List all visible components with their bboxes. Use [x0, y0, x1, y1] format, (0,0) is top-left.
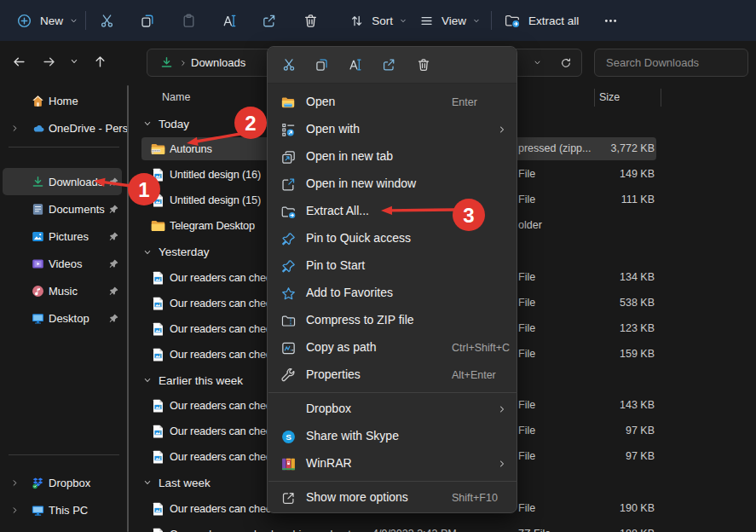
- expander-chevron-icon[interactable]: [10, 124, 20, 133]
- file-name: Autoruns: [170, 142, 212, 155]
- recent-locations-button[interactable]: [62, 48, 86, 75]
- menu-item-add-to-favorites[interactable]: Add to Favorites: [272, 280, 514, 307]
- expander-chevron-icon[interactable]: [10, 506, 20, 515]
- up-button[interactable]: [86, 48, 113, 75]
- see-more-button[interactable]: [595, 5, 626, 36]
- address-dropdown-button[interactable]: [526, 49, 548, 76]
- breadcrumb-location[interactable]: Downloads: [191, 56, 245, 69]
- sidebar-item-desktop[interactable]: Desktop: [3, 304, 122, 332]
- pin-blue-icon: [280, 257, 297, 275]
- delete-icon: [416, 57, 431, 72]
- file-name: Untitled design (16): [170, 168, 261, 181]
- pin-icon: [108, 231, 119, 242]
- toolbar-separator: [85, 11, 86, 30]
- group-header-last-week[interactable]: Last week: [136, 470, 211, 495]
- chevron-down-icon[interactable]: [142, 119, 153, 129]
- documents-icon: [31, 202, 45, 217]
- file-name: Our readers can check: [170, 502, 276, 515]
- skype-icon: [280, 428, 297, 445]
- menu-item-compress-to-zip-file[interactable]: Compress to ZIP file: [272, 307, 514, 334]
- sidebar-item-documents[interactable]: Documents: [3, 195, 122, 223]
- sort-button[interactable]: Sort: [344, 5, 407, 36]
- context-menu: OpenEnterOpen withOpen in new tabOpen in…: [267, 46, 517, 513]
- sidebar-scrollbar[interactable]: [127, 85, 129, 532]
- search-box[interactable]: Search Downloads: [594, 49, 748, 77]
- share-button[interactable]: [372, 51, 404, 78]
- chevron-down-icon[interactable]: [142, 375, 153, 385]
- file-row[interactable]: Our readers can check webinars about upc…: [136, 522, 756, 532]
- home-icon: [31, 94, 45, 108]
- copy-button[interactable]: [130, 5, 164, 36]
- folder-icon: [151, 219, 165, 233]
- image-file-icon: [151, 502, 165, 516]
- menu-item-open-with[interactable]: Open with: [272, 116, 514, 143]
- menu-item-pin-to-start[interactable]: Pin to Start: [272, 252, 514, 280]
- menu-item-copy-as-path[interactable]: Copy as pathCtrl+Shift+C: [272, 334, 514, 361]
- downloads-location-icon: [159, 55, 174, 70]
- forward-button[interactable]: [35, 48, 62, 75]
- menu-item-share-with-skype[interactable]: Share with Skype: [272, 423, 514, 450]
- expander-chevron-icon[interactable]: [10, 478, 20, 488]
- menu-item-extract-all[interactable]: Extract All...: [272, 198, 514, 225]
- rename-button[interactable]: [339, 51, 371, 78]
- rename-button[interactable]: [212, 5, 246, 36]
- view-button[interactable]: View: [414, 5, 481, 36]
- new-button[interactable]: New: [10, 5, 78, 36]
- sidebar-item-label: OneDrive - Pers: [49, 122, 128, 135]
- chevron-down-icon: [472, 16, 481, 26]
- file-type: File: [518, 502, 535, 514]
- share-button[interactable]: [251, 5, 286, 36]
- group-header-earlier-this-week[interactable]: Earlier this week: [136, 367, 243, 393]
- sidebar-item-this-pc[interactable]: This PC: [3, 496, 122, 523]
- menu-item-open-in-new-tab[interactable]: Open in new tab: [272, 143, 514, 171]
- sidebar-item-pictures[interactable]: Pictures: [3, 223, 122, 250]
- sidebar-item-label: Home: [49, 95, 78, 107]
- copy-button[interactable]: [306, 51, 338, 78]
- menu-item-label: Open: [306, 95, 335, 108]
- sidebar-item-home[interactable]: Home: [3, 87, 122, 114]
- sidebar-item-onedrive-pers[interactable]: OneDrive - Pers: [3, 114, 122, 142]
- menu-item-pin-to-quick-access[interactable]: Pin to Quick access: [272, 225, 514, 252]
- menu-item-open[interactable]: OpenEnter: [272, 89, 514, 116]
- winrar-icon: [280, 455, 297, 472]
- menu-item-properties[interactable]: PropertiesAlt+Enter: [272, 361, 514, 389]
- sidebar-item-label: Pictures: [49, 230, 89, 243]
- group-header-today[interactable]: Today: [136, 111, 189, 136]
- menu-item-label: Properties: [306, 367, 361, 381]
- wrench-icon: [280, 367, 297, 384]
- breadcrumb-chevron-icon: [179, 59, 188, 67]
- menu-item-dropbox[interactable]: Dropbox: [272, 396, 514, 423]
- this-pc-icon: [31, 503, 45, 518]
- chevron-down-icon[interactable]: [142, 477, 153, 488]
- show-more-icon: [280, 489, 297, 506]
- onedrive-icon: [31, 121, 45, 136]
- sidebar-item-videos[interactable]: Videos: [3, 250, 122, 277]
- cut-button[interactable]: [89, 5, 124, 36]
- desktop-icon: [31, 311, 45, 326]
- refresh-button[interactable]: [553, 49, 579, 76]
- sidebar-item-music[interactable]: Music: [3, 277, 122, 304]
- menu-item-label: Open with: [306, 122, 360, 136]
- file-name: Our readers can check: [170, 450, 276, 463]
- menu-item-show-more-options[interactable]: Show more optionsShift+F10: [272, 484, 514, 512]
- file-size: 143 KB: [545, 399, 655, 411]
- sidebar-item-downloads[interactable]: Downloads: [3, 168, 122, 195]
- extract-all-button[interactable]: Extract all: [498, 5, 593, 36]
- pin-icon: [108, 286, 119, 297]
- chevron-down-icon[interactable]: [142, 247, 153, 257]
- delete-button[interactable]: [293, 5, 327, 36]
- sidebar-item-dropbox[interactable]: Dropbox: [3, 469, 122, 496]
- refresh-icon: [560, 57, 572, 69]
- file-type: File: [518, 399, 535, 411]
- sidebar-item-partial[interactable]: [3, 523, 122, 532]
- delete-button[interactable]: [407, 51, 439, 78]
- group-header-yesterday[interactable]: Yesterday: [136, 240, 210, 265]
- menu-item-label: Pin to Start: [306, 258, 365, 272]
- file-size: 190 KB: [545, 502, 655, 514]
- file-name: Our readers can check: [170, 399, 276, 412]
- menu-item-winrar[interactable]: WinRAR: [272, 450, 514, 477]
- menu-item-open-in-new-window[interactable]: Open in new window: [272, 171, 514, 198]
- back-button[interactable]: [5, 48, 32, 75]
- paste-button[interactable]: [171, 5, 205, 36]
- cut-button[interactable]: [273, 51, 304, 78]
